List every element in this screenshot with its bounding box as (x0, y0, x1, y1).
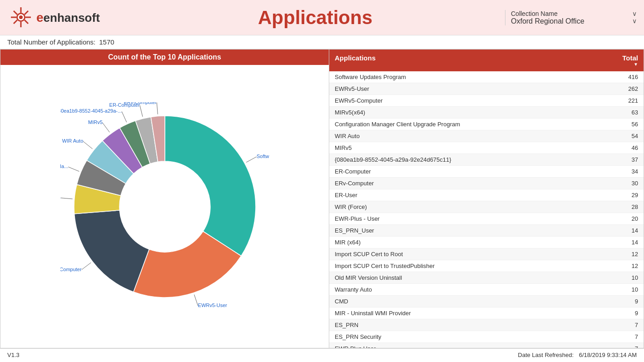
collection-value-chevron-icon[interactable]: ∨ (632, 17, 637, 25)
table-row: ER-User 29 (329, 189, 644, 201)
label-line (102, 123, 109, 132)
cell-total: 9 (603, 296, 644, 307)
label-line (246, 156, 257, 162)
donut-label: Software Updates Program (256, 153, 269, 159)
refresh-label: Date Last Refreshed: (518, 352, 574, 358)
cell-total: 7 (603, 343, 644, 348)
cell-app: Warranty Auto (329, 284, 603, 295)
cell-total: 416 (603, 71, 644, 83)
cell-total: 12 (603, 260, 644, 272)
page-title: Applications (125, 7, 505, 29)
table-row: ES_PRN_User 14 (329, 225, 644, 237)
cell-app: CMD (329, 296, 603, 307)
cell-app: MIR (x64) (329, 237, 603, 248)
col-header-applications: Applications (329, 50, 603, 71)
cell-total: 14 (603, 225, 644, 236)
cell-app: EWR-Plus - User (329, 213, 603, 224)
cell-app: Import SCUP Cert to Root (329, 248, 603, 260)
cell-app: MIRv5 (329, 142, 603, 154)
chart-panel: Count of the Top 10 Applications Softwar… (0, 49, 329, 348)
label-line (157, 102, 158, 114)
collection-area[interactable]: Collection Name ∨ Oxford Regional Office… (505, 10, 637, 25)
table-row: ES_PRN Security 7 (329, 331, 644, 343)
cell-app: ES_PRN_User (329, 225, 603, 236)
table-row: {080ea1b9-8552-4045-a29a-92e24d675c11} 3… (329, 154, 644, 166)
cell-total: 221 (603, 95, 644, 106)
cell-app: ES_PRN (329, 319, 603, 331)
stats-bar: Total Number of Applications: 1570 (0, 35, 644, 49)
cell-total: 10 (603, 272, 644, 283)
header: eenhansoft Applications Collection Name … (0, 0, 644, 35)
cell-app: Configuration Manager Client Upgrade Pro… (329, 119, 603, 130)
label-line (68, 167, 79, 171)
donut-label: MIRv5(x64) (60, 194, 61, 200)
cell-total: 29 (603, 189, 644, 201)
collection-value: Oxford Regional Office ∨ (511, 17, 637, 25)
table-row: Import SCUP Cert to TrustedPublisher 12 (329, 260, 644, 272)
svg-line-5 (14, 11, 17, 15)
collection-label: Collection Name ∨ (511, 10, 637, 17)
table-row: CMD 9 (329, 296, 644, 307)
donut-label: EWRv5-User (198, 302, 227, 308)
label-line (122, 111, 127, 122)
main-content: Count of the Top 10 Applications Softwar… (0, 49, 644, 348)
donut-label: Configuration Ma... (60, 164, 68, 169)
version-label: V1.3 (7, 352, 20, 358)
cell-total: 63 (603, 107, 644, 118)
footer: V1.3 Date Last Refreshed: 6/18/2019 9:33… (0, 348, 644, 361)
table-row: Configuration Manager Client Upgrade Pro… (329, 119, 644, 130)
cell-total: 56 (603, 119, 644, 130)
table-row: ER-Computer 34 (329, 166, 644, 178)
table-row: WIR Auto 54 (329, 130, 644, 142)
table-row: MIR (x64) 14 (329, 237, 644, 248)
cell-app: WIR (Force) (329, 201, 603, 213)
cell-app: Old MIR Version Uninstall (329, 272, 603, 283)
enhansoft-logo-icon (7, 5, 35, 30)
table-row: MIRv5(x64) 63 (329, 107, 644, 119)
chart-title: Count of the Top 10 Applications (0, 50, 329, 65)
cell-total: 12 (603, 248, 644, 260)
cell-total: 262 (603, 83, 644, 94)
label-line (83, 141, 92, 149)
cell-total: 54 (603, 130, 644, 142)
cell-app: ER-Computer (329, 166, 603, 177)
cell-app: EWRv5-User (329, 83, 603, 94)
cell-app: WIR Auto (329, 130, 603, 142)
table-row: MIR - Uninstall WMI Provider 9 (329, 307, 644, 319)
stats-value: 1570 (99, 38, 114, 46)
cell-total: 7 (603, 331, 644, 342)
cell-app: ER-User (329, 189, 603, 201)
table-row: ES_PRN 7 (329, 319, 644, 331)
cell-app: EWR Plus User (329, 343, 603, 348)
table-row: EWRv5-User 262 (329, 83, 644, 95)
svg-point-10 (19, 15, 23, 19)
table-row: EWRv5-Computer 221 (329, 95, 644, 107)
refresh-area: Date Last Refreshed: 6/18/2019 9:33:14 A… (518, 352, 637, 358)
sort-icon[interactable]: ▼ (634, 62, 638, 67)
table-row: MIRv5 46 (329, 142, 644, 154)
table-panel: Applications Total ▼ Software Updates Pr… (329, 49, 644, 348)
donut-svg: Software Updates ProgramEWRv5-UserEWRv5-… (60, 102, 269, 311)
table-row: Warranty Auto 10 (329, 284, 644, 296)
table-row: WIR (Force) 28 (329, 201, 644, 213)
cell-app: {080ea1b9-8552-4045-a29a-92e24d675c11} (329, 154, 603, 165)
cell-app: ES_PRN Security (329, 331, 603, 342)
label-line (81, 263, 91, 270)
cell-app: EWRv5-Computer (329, 95, 603, 106)
table-row: Software Updates Program 416 (329, 71, 644, 83)
table-header: Applications Total ▼ (329, 50, 644, 71)
cell-app: Software Updates Program (329, 71, 603, 83)
table-body[interactable]: Software Updates Program 416 EWRv5-User … (329, 71, 644, 348)
table-row: ERv-Computer 30 (329, 178, 644, 189)
svg-line-8 (14, 20, 17, 24)
label-line (194, 294, 198, 306)
collection-chevron-icon[interactable]: ∨ (632, 10, 637, 17)
svg-line-6 (25, 20, 28, 24)
cell-total: 14 (603, 237, 644, 248)
cell-total: 34 (603, 166, 644, 177)
donut-segment (165, 116, 256, 256)
donut-label: WIR Auto (62, 138, 83, 144)
label-line (60, 198, 72, 198)
logo-text: eenhansoft (36, 10, 100, 25)
chart-body: Software Updates ProgramEWRv5-UserEWRv5-… (0, 65, 329, 348)
